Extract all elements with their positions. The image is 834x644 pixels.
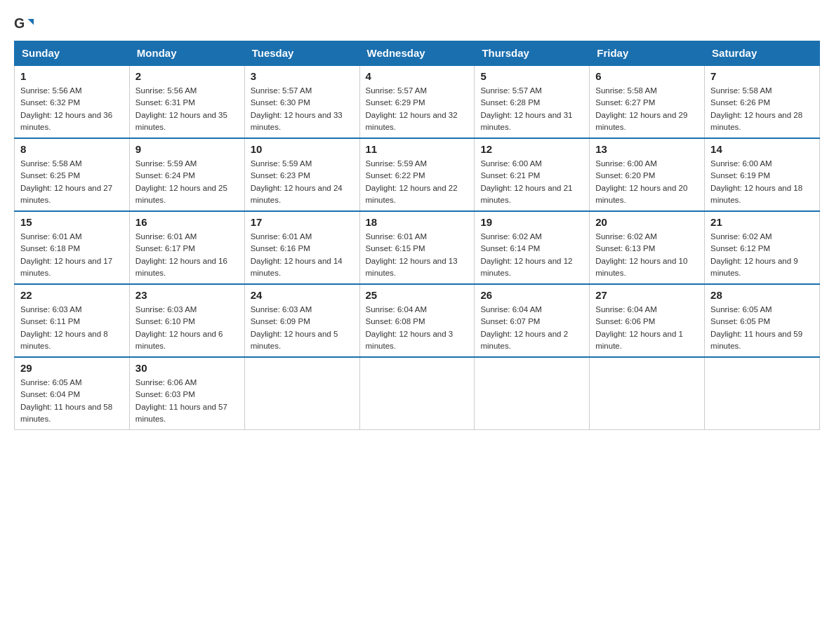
day-cell-23: 23Sunrise: 6:03 AMSunset: 6:10 PMDayligh… <box>129 284 244 357</box>
day-info: Sunrise: 5:59 AMSunset: 6:22 PMDaylight:… <box>366 158 469 206</box>
day-info: Sunrise: 6:00 AMSunset: 6:20 PMDaylight:… <box>595 158 699 206</box>
day-info: Sunrise: 5:57 AMSunset: 6:28 PMDaylight:… <box>480 85 583 133</box>
column-header-tuesday: Tuesday <box>244 41 359 66</box>
day-cell-16: 16Sunrise: 6:01 AMSunset: 6:17 PMDayligh… <box>129 211 244 284</box>
day-cell-27: 27Sunrise: 6:04 AMSunset: 6:06 PMDayligh… <box>590 284 705 357</box>
day-number: 28 <box>710 289 814 301</box>
day-cell-21: 21Sunrise: 6:02 AMSunset: 6:12 PMDayligh… <box>705 211 820 284</box>
day-cell-11: 11Sunrise: 5:59 AMSunset: 6:22 PMDayligh… <box>359 138 475 211</box>
empty-cell <box>590 357 705 430</box>
day-number: 24 <box>251 289 354 301</box>
page-header: G <box>14 14 820 34</box>
column-header-friday: Friday <box>590 41 705 66</box>
day-number: 13 <box>595 143 699 155</box>
calendar-week-row: 1Sunrise: 5:56 AMSunset: 6:32 PMDaylight… <box>15 65 820 138</box>
day-number: 6 <box>595 70 699 82</box>
day-cell-19: 19Sunrise: 6:02 AMSunset: 6:14 PMDayligh… <box>475 211 590 284</box>
day-cell-12: 12Sunrise: 6:00 AMSunset: 6:21 PMDayligh… <box>475 138 590 211</box>
day-number: 2 <box>135 70 239 82</box>
day-cell-17: 17Sunrise: 6:01 AMSunset: 6:16 PMDayligh… <box>244 211 359 284</box>
day-cell-20: 20Sunrise: 6:02 AMSunset: 6:13 PMDayligh… <box>590 211 705 284</box>
day-number: 21 <box>710 216 814 228</box>
day-info: Sunrise: 6:06 AMSunset: 6:03 PMDaylight:… <box>135 377 239 425</box>
column-header-saturday: Saturday <box>705 41 820 66</box>
day-number: 11 <box>366 143 469 155</box>
calendar-week-row: 8Sunrise: 5:58 AMSunset: 6:25 PMDaylight… <box>15 138 820 211</box>
day-info: Sunrise: 5:58 AMSunset: 6:27 PMDaylight:… <box>595 85 699 133</box>
day-number: 20 <box>595 216 699 228</box>
calendar-header-row: SundayMondayTuesdayWednesdayThursdayFrid… <box>15 41 820 66</box>
day-cell-9: 9Sunrise: 5:59 AMSunset: 6:24 PMDaylight… <box>129 138 244 211</box>
column-header-wednesday: Wednesday <box>359 41 475 66</box>
day-cell-4: 4Sunrise: 5:57 AMSunset: 6:29 PMDaylight… <box>359 65 475 138</box>
day-info: Sunrise: 5:58 AMSunset: 6:25 PMDaylight:… <box>20 158 124 206</box>
day-number: 7 <box>710 70 814 82</box>
day-number: 22 <box>20 289 124 301</box>
logo: G <box>14 14 37 34</box>
calendar-table: SundayMondayTuesdayWednesdayThursdayFrid… <box>14 41 820 430</box>
day-info: Sunrise: 6:00 AMSunset: 6:19 PMDaylight:… <box>710 158 814 206</box>
day-cell-30: 30Sunrise: 6:06 AMSunset: 6:03 PMDayligh… <box>129 357 244 430</box>
day-number: 4 <box>366 70 469 82</box>
day-info: Sunrise: 6:03 AMSunset: 6:09 PMDaylight:… <box>251 304 354 352</box>
day-cell-6: 6Sunrise: 5:58 AMSunset: 6:27 PMDaylight… <box>590 65 705 138</box>
day-cell-2: 2Sunrise: 5:56 AMSunset: 6:31 PMDaylight… <box>129 65 244 138</box>
day-info: Sunrise: 6:03 AMSunset: 6:11 PMDaylight:… <box>20 304 124 352</box>
day-number: 30 <box>135 362 239 374</box>
day-cell-14: 14Sunrise: 6:00 AMSunset: 6:19 PMDayligh… <box>705 138 820 211</box>
day-cell-8: 8Sunrise: 5:58 AMSunset: 6:25 PMDaylight… <box>15 138 130 211</box>
day-info: Sunrise: 5:56 AMSunset: 6:32 PMDaylight:… <box>20 85 124 133</box>
day-info: Sunrise: 5:56 AMSunset: 6:31 PMDaylight:… <box>135 85 239 133</box>
empty-cell <box>244 357 359 430</box>
day-cell-29: 29Sunrise: 6:05 AMSunset: 6:04 PMDayligh… <box>15 357 130 430</box>
day-number: 12 <box>480 143 583 155</box>
day-info: Sunrise: 5:59 AMSunset: 6:23 PMDaylight:… <box>251 158 354 206</box>
day-number: 25 <box>366 289 469 301</box>
day-cell-3: 3Sunrise: 5:57 AMSunset: 6:30 PMDaylight… <box>244 65 359 138</box>
day-info: Sunrise: 5:57 AMSunset: 6:29 PMDaylight:… <box>366 85 469 133</box>
day-number: 16 <box>135 216 239 228</box>
day-cell-24: 24Sunrise: 6:03 AMSunset: 6:09 PMDayligh… <box>244 284 359 357</box>
day-info: Sunrise: 6:05 AMSunset: 6:04 PMDaylight:… <box>20 377 124 425</box>
day-info: Sunrise: 6:01 AMSunset: 6:17 PMDaylight:… <box>135 231 239 279</box>
day-number: 23 <box>135 289 239 301</box>
day-info: Sunrise: 5:58 AMSunset: 6:26 PMDaylight:… <box>710 85 814 133</box>
empty-cell <box>359 357 475 430</box>
day-number: 10 <box>251 143 354 155</box>
day-number: 26 <box>480 289 583 301</box>
day-number: 9 <box>135 143 239 155</box>
day-number: 3 <box>251 70 354 82</box>
day-cell-10: 10Sunrise: 5:59 AMSunset: 6:23 PMDayligh… <box>244 138 359 211</box>
day-info: Sunrise: 6:05 AMSunset: 6:05 PMDaylight:… <box>710 304 814 352</box>
day-cell-18: 18Sunrise: 6:01 AMSunset: 6:15 PMDayligh… <box>359 211 475 284</box>
calendar-week-row: 22Sunrise: 6:03 AMSunset: 6:11 PMDayligh… <box>15 284 820 357</box>
day-info: Sunrise: 6:00 AMSunset: 6:21 PMDaylight:… <box>480 158 583 206</box>
day-info: Sunrise: 6:01 AMSunset: 6:16 PMDaylight:… <box>251 231 354 279</box>
day-cell-15: 15Sunrise: 6:01 AMSunset: 6:18 PMDayligh… <box>15 211 130 284</box>
logo-icon: G <box>14 14 34 34</box>
day-info: Sunrise: 6:02 AMSunset: 6:13 PMDaylight:… <box>595 231 699 279</box>
day-number: 5 <box>480 70 583 82</box>
day-cell-28: 28Sunrise: 6:05 AMSunset: 6:05 PMDayligh… <box>705 284 820 357</box>
empty-cell <box>475 357 590 430</box>
column-header-sunday: Sunday <box>15 41 130 66</box>
svg-marker-1 <box>28 19 34 25</box>
day-cell-7: 7Sunrise: 5:58 AMSunset: 6:26 PMDaylight… <box>705 65 820 138</box>
day-cell-13: 13Sunrise: 6:00 AMSunset: 6:20 PMDayligh… <box>590 138 705 211</box>
day-number: 19 <box>480 216 583 228</box>
day-info: Sunrise: 5:59 AMSunset: 6:24 PMDaylight:… <box>135 158 239 206</box>
day-info: Sunrise: 6:04 AMSunset: 6:08 PMDaylight:… <box>366 304 469 352</box>
day-info: Sunrise: 6:02 AMSunset: 6:12 PMDaylight:… <box>710 231 814 279</box>
day-number: 1 <box>20 70 124 82</box>
day-cell-5: 5Sunrise: 5:57 AMSunset: 6:28 PMDaylight… <box>475 65 590 138</box>
day-info: Sunrise: 6:02 AMSunset: 6:14 PMDaylight:… <box>480 231 583 279</box>
day-number: 14 <box>710 143 814 155</box>
day-info: Sunrise: 6:04 AMSunset: 6:06 PMDaylight:… <box>595 304 699 352</box>
day-number: 15 <box>20 216 124 228</box>
day-info: Sunrise: 6:01 AMSunset: 6:15 PMDaylight:… <box>366 231 469 279</box>
column-header-thursday: Thursday <box>475 41 590 66</box>
day-number: 17 <box>251 216 354 228</box>
day-info: Sunrise: 6:03 AMSunset: 6:10 PMDaylight:… <box>135 304 239 352</box>
day-number: 29 <box>20 362 124 374</box>
day-info: Sunrise: 5:57 AMSunset: 6:30 PMDaylight:… <box>251 85 354 133</box>
